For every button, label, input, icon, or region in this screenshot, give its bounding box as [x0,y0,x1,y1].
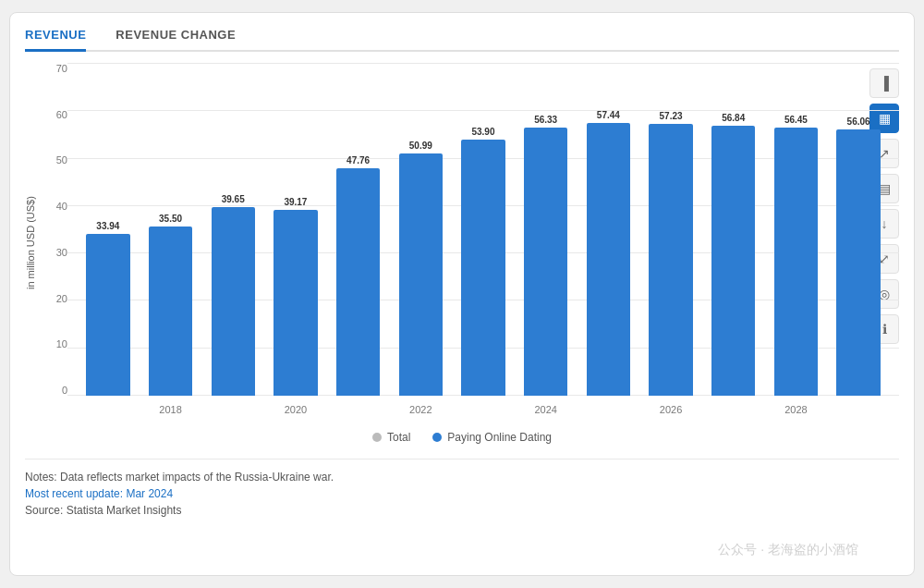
bar-value-label: 47.76 [346,155,370,165]
y-tick: 20 [42,293,67,304]
bar-group: 39.17 [264,63,327,396]
bar-value-label: 50.99 [409,141,432,151]
bar-group: 35.50 [140,63,202,396]
x-label: 2026 [660,404,682,415]
bar [461,140,505,396]
y-labels: 010203040506070 [42,63,67,423]
y-tick: 40 [42,201,67,212]
bar-value-label: 53.90 [471,127,494,137]
bar-group: 57.23 [639,63,702,396]
bar [711,126,755,396]
bar-group: 53.90 [452,63,515,396]
x-label: 2024 [534,404,556,415]
bar [524,128,567,396]
bar [774,128,818,396]
y-tick: 30 [42,247,67,258]
plot-area: 010203040506070 33.9435.5039.6539.1747.7… [42,63,899,423]
bar-value-label: 33.94 [96,221,119,231]
bar-value-label: 39.65 [222,194,245,204]
bar [274,210,317,396]
legend-total: Total [372,431,410,444]
x-label-slot: 2020 [264,404,327,415]
bar-group: 56.33 [515,63,578,396]
tab-revenue-change[interactable]: REVENUE CHANGE [116,28,236,50]
note-text: Notes: Data reflects market impacts of t… [25,471,899,484]
x-label-slot: 2018 [140,404,202,415]
x-labels-row: 201820202022202420262028 [67,396,899,423]
bar-group: 47.76 [327,63,390,396]
bar-group: 56.45 [765,63,828,396]
bars-and-grid: 33.9435.5039.6539.1747.7650.9953.9056.33… [67,63,899,423]
bars-row: 33.9435.5039.6539.1747.7650.9953.9056.33… [67,63,899,396]
bar-value-label: 57.44 [597,110,620,120]
x-label: 2022 [409,404,432,415]
y-tick: 0 [42,385,67,396]
x-label: 2020 [285,404,307,415]
bar-value-label: 56.45 [784,115,808,125]
x-label: 2018 [159,404,181,415]
legend-paying: Paying Online Dating [432,431,552,444]
x-label-slot: 2022 [389,404,452,415]
y-tick: 50 [42,154,67,165]
x-label: 2028 [784,404,807,415]
update-text: Most recent update: Mar 2024 [25,487,899,500]
bar-value-label: 56.33 [534,115,557,125]
bar-value-label: 39.17 [284,197,307,207]
y-axis-label: in million USD (US$) [25,63,36,423]
notes-section: Notes: Data reflects market impacts of t… [25,459,899,517]
legend-total-label: Total [387,431,410,444]
y-tick: 60 [42,109,67,120]
tab-revenue[interactable]: REVENUE [25,28,86,52]
bar-group: 39.65 [201,63,264,396]
y-tick: 70 [42,63,67,74]
chart-inner: 010203040506070 33.9435.5039.6539.1747.7… [42,63,899,423]
bar [336,168,380,396]
legend-paying-label: Paying Online Dating [447,431,552,444]
bar [836,129,880,396]
source-text: Source: Statista Market Insights [25,504,899,517]
bar-value-label: 56.06 [847,116,870,127]
main-card: REVENUE REVENUE CHANGE ▐▦↗▤↓⤢◎ℹ in milli… [9,12,915,576]
bar-group: 57.44 [578,63,640,396]
x-label-slot: 2028 [765,404,828,415]
bar [649,124,692,396]
y-tick: 10 [42,338,67,349]
bar-group: 56.84 [702,63,765,396]
bar [212,207,255,396]
bar-value-label: 57.23 [660,111,683,121]
legend-total-dot [372,433,382,442]
bar-group: 50.99 [389,63,452,396]
bar-group: 33.94 [77,63,140,396]
bar-value-label: 35.50 [159,214,182,224]
bar [86,234,129,396]
legend-paying-dot [432,433,442,442]
bar [587,123,630,396]
bar-group: 56.06 [827,63,890,396]
bar [399,153,443,396]
chart-legend: Total Paying Online Dating [25,431,899,444]
watermark: 公众号 · 老海盗的小酒馆 [718,542,858,558]
chart-container: in million USD (US$) 010203040506070 33.… [25,63,899,423]
tab-bar: REVENUE REVENUE CHANGE [25,28,899,52]
bar-value-label: 56.84 [722,113,745,123]
x-label-slot: 2026 [639,404,702,415]
x-label-slot: 2024 [515,404,578,415]
bar [149,227,192,396]
